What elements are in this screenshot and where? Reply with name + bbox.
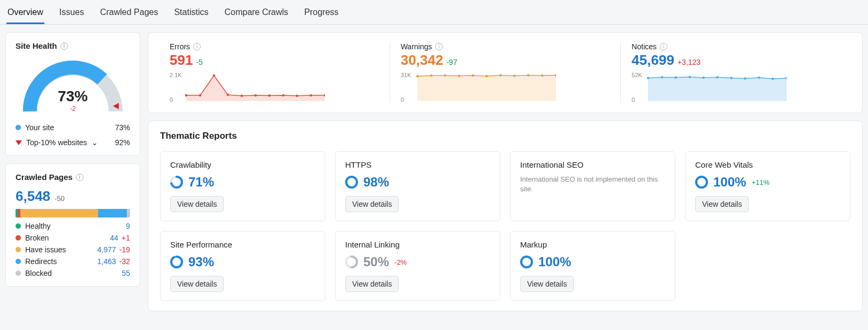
crawled-row-delta: -32 (119, 257, 130, 266)
tab-compare-crawls[interactable]: Compare Crawls (223, 4, 289, 24)
svg-point-7 (268, 94, 271, 97)
svg-point-17 (485, 75, 488, 78)
sparkline (401, 72, 556, 101)
chevron-down-icon: ⌄ (92, 138, 98, 147)
svg-point-3 (213, 74, 216, 77)
report-title: Site Performance (170, 240, 315, 249)
report-card-crawlability: Crawlability71%View details (160, 151, 325, 221)
report-card-https: HTTPS98%View details (335, 151, 500, 221)
crawled-row-delta: -19 (119, 245, 130, 254)
svg-point-29 (730, 77, 733, 79)
report-pct: 71% (188, 175, 214, 190)
view-details-button[interactable]: View details (695, 196, 749, 212)
svg-point-41 (171, 257, 182, 267)
report-note: International SEO is not implemented on … (520, 175, 665, 194)
svg-point-15 (458, 74, 460, 77)
summary-warnings[interactable]: Warningsi30,342-9731K0 (390, 42, 621, 103)
info-icon[interactable]: i (660, 43, 667, 50)
tab-statistics[interactable]: Statistics (173, 4, 209, 24)
svg-point-8 (282, 94, 285, 97)
summary-label: Warnings (401, 42, 432, 51)
progress-ring-icon (170, 176, 183, 189)
svg-point-16 (471, 74, 474, 77)
tab-progress[interactable]: Progress (303, 4, 340, 24)
svg-point-19 (513, 74, 516, 77)
summary-label: Notices (631, 42, 657, 51)
tab-issues[interactable]: Issues (58, 4, 85, 24)
svg-point-21 (541, 74, 544, 77)
report-card-core-web-vitals: Core Web Vitals100%+11%View details (685, 151, 850, 221)
top10-selector[interactable]: Top-10% websites ⌄ (16, 138, 98, 147)
view-details-button[interactable]: View details (345, 276, 399, 292)
svg-point-6 (254, 94, 257, 97)
your-site-val: 73% (115, 123, 130, 132)
crawled-row[interactable]: Blocked55 (16, 269, 130, 278)
info-icon[interactable]: i (435, 43, 443, 50)
crawled-row[interactable]: Healthy9 (16, 222, 130, 230)
svg-point-32 (772, 78, 774, 80)
progress-ring-icon (345, 256, 358, 268)
progress-ring-icon (520, 256, 533, 268)
progress-ring-icon (695, 176, 708, 189)
crawled-row-val: 9 (126, 222, 130, 230)
spark-ytick0: 0 (401, 96, 404, 103)
crawled-row[interactable]: Redirects1,463-32 (16, 257, 130, 266)
summary-value: 45,699 (631, 52, 674, 68)
crawled-total[interactable]: 6,548 (16, 188, 50, 204)
dot-icon (16, 235, 21, 241)
info-icon[interactable]: i (60, 42, 68, 50)
svg-point-9 (296, 95, 299, 98)
report-title: Core Web Vitals (695, 160, 840, 169)
svg-point-4 (226, 94, 229, 96)
health-gauge: 73% -2 (19, 58, 126, 117)
info-icon[interactable]: i (193, 43, 201, 50)
report-pct: 50% (363, 254, 389, 269)
crawled-row-label: Healthy (25, 222, 50, 230)
crawled-row[interactable]: Broken44+1 (16, 234, 130, 242)
progress-ring-icon (170, 256, 183, 268)
report-card-international-seo: International SEOInternational SEO is no… (510, 151, 675, 221)
view-details-button[interactable]: View details (520, 276, 574, 292)
svg-point-45 (521, 257, 532, 267)
spark-ytick0: 0 (170, 96, 173, 103)
crawled-pages-card: Crawled Pages i 6,548 -50 Healthy9Broken… (5, 163, 140, 287)
spark-ytick: 52K (631, 72, 642, 78)
svg-point-12 (416, 75, 418, 78)
crawled-row-val: 55 (121, 269, 130, 278)
summary-errors[interactable]: Errorsi591-52.1K0 (159, 42, 390, 103)
svg-point-2 (199, 94, 202, 97)
report-title: Markup (520, 240, 665, 249)
report-delta: +11% (751, 178, 770, 186)
summary-delta: +3,123 (677, 58, 701, 66)
dot-icon (16, 125, 21, 130)
report-card-internal-linking: Internal Linking50%-2%View details (335, 231, 500, 301)
tab-crawled-pages[interactable]: Crawled Pages (99, 4, 159, 24)
svg-point-5 (240, 95, 243, 98)
summary-label: Errors (170, 42, 190, 51)
summary-notices[interactable]: Noticesi45,699+3,12352K0 (620, 42, 851, 103)
report-pct: 93% (188, 254, 214, 269)
spark-ytick: 2.1K (170, 72, 182, 78)
crawled-title: Crawled Pages (16, 172, 73, 182)
report-delta: -2% (394, 258, 407, 266)
summary-delta: -5 (196, 58, 202, 66)
tab-overview[interactable]: Overview (6, 4, 44, 24)
view-details-button[interactable]: View details (170, 196, 224, 212)
svg-point-24 (661, 76, 664, 79)
view-details-button[interactable]: View details (345, 196, 399, 212)
crawled-row-delta: +1 (121, 234, 130, 242)
info-icon[interactable]: i (76, 174, 83, 181)
svg-point-20 (527, 74, 530, 77)
report-card-site-performance: Site Performance93%View details (160, 231, 325, 301)
sparkline (631, 72, 787, 101)
crawled-row-label: Have issues (25, 245, 66, 254)
crawled-delta: -50 (55, 194, 65, 202)
dot-icon (16, 259, 21, 264)
summary-card: Errorsi591-52.1K0Warningsi30,342-9731K0N… (148, 32, 863, 113)
view-details-button[interactable]: View details (170, 276, 224, 292)
svg-point-13 (430, 74, 432, 77)
report-title: HTTPS (345, 160, 490, 169)
svg-point-39 (696, 177, 707, 188)
crawled-row[interactable]: Have issues4,977-19 (16, 245, 130, 254)
svg-point-18 (499, 74, 502, 77)
